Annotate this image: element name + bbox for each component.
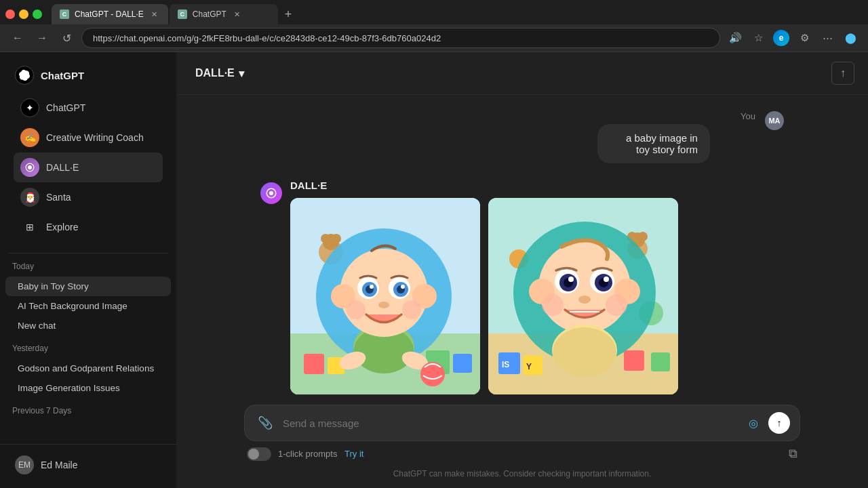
share-button[interactable]: ↑ — [831, 62, 854, 85]
yesterday-label: Yesterday — [0, 338, 176, 356]
sidebar-item-explore[interactable]: ⊞ Explore — [14, 212, 163, 242]
sidebar-item-chatgpt[interactable]: ✦ ChatGPT ✏ — [14, 93, 163, 123]
tab-close-1-button[interactable]: ✕ — [149, 9, 160, 20]
explore-nav-icon: ⊞ — [20, 218, 39, 237]
tab-favicon-2: C — [178, 9, 187, 19]
chatgpt-nav-label: ChatGPT — [46, 102, 85, 113]
toggle-knob — [248, 449, 259, 460]
dalle-avatar — [260, 182, 282, 204]
sidebar: ChatGPT ✦ ChatGPT ✏ ✍ Creative Writing C… — [0, 52, 176, 488]
app-layout: ChatGPT ✦ ChatGPT ✏ ✍ Creative Writing C… — [0, 52, 868, 488]
send-button[interactable]: ↑ — [768, 412, 790, 434]
send-icon: ↑ — [777, 418, 782, 428]
chat-new-text: New chat — [18, 321, 159, 331]
user-message-container: You a baby image in toy story form MA — [597, 111, 784, 163]
chat-messages: You a baby image in toy story form MA — [176, 95, 868, 396]
chat-ai-tech-text: AI Tech Background Image — [18, 301, 159, 311]
attach-button[interactable]: 📎 — [254, 412, 276, 434]
user-avatar-initials: MA — [768, 117, 780, 125]
svg-point-64 — [553, 327, 616, 378]
generated-images-grid: IS Y — [290, 198, 784, 394]
chat-item-new[interactable]: New chat — [5, 316, 171, 336]
tab-label-2: ChatGPT — [193, 9, 226, 19]
svg-point-45 — [638, 232, 648, 241]
profile-button[interactable]: ⬤ — [841, 28, 860, 47]
user-menu-item[interactable]: EM Ed Maile — [8, 450, 168, 480]
maximize-window-button[interactable] — [33, 9, 42, 19]
sidebar-brand[interactable]: ChatGPT — [8, 60, 168, 90]
writing-coach-icon: ✍ — [20, 128, 39, 147]
svg-point-61 — [542, 294, 564, 316]
tab-close-2-button[interactable]: ✕ — [232, 9, 243, 20]
santa-nav-icon: 🎅 — [20, 188, 39, 207]
chat-item-ai-tech[interactable]: AI Tech Background Image — [5, 296, 171, 316]
toggle-label: 1-click prompts Try it — [278, 449, 363, 459]
edge-icon: e — [773, 30, 789, 46]
user-sender-label: You — [597, 111, 758, 121]
svg-point-62 — [606, 294, 627, 316]
svg-rect-9 — [453, 354, 472, 373]
svg-point-59 — [604, 277, 609, 282]
dalle-nav-label: DALL·E — [46, 162, 79, 173]
today-section: Today Baby in Toy Story ⬆ ⋯ AI Tech Back… — [0, 256, 176, 338]
more-options-button[interactable]: ⋯ — [818, 28, 837, 47]
bottom-toolbar: 1-click prompts Try it ⧉ — [244, 441, 800, 466]
generated-image-2[interactable]: IS Y — [488, 198, 678, 394]
tab-favicon-1: C — [60, 9, 69, 19]
back-button[interactable]: ← — [8, 28, 27, 47]
tab-bar: C ChatGPT - DALL·E ✕ C ChatGPT ✕ + — [0, 0, 868, 24]
attach-icon: 📎 — [258, 415, 273, 430]
input-actions: ◎ ↑ — [743, 412, 790, 434]
url-input[interactable] — [81, 28, 720, 48]
sidebar-bottom: EM Ed Maile — [0, 444, 176, 488]
user-initials: EM — [18, 460, 31, 470]
one-click-toggle[interactable] — [247, 447, 271, 461]
chat-title-text: DALL·E — [195, 67, 235, 79]
message-input[interactable] — [283, 418, 736, 429]
voice-button[interactable]: ◎ — [743, 412, 764, 434]
close-window-button[interactable] — [5, 9, 15, 19]
svg-point-30 — [402, 300, 421, 319]
svg-point-26 — [370, 285, 374, 289]
user-message-bubble: a baby image in toy story form — [597, 124, 710, 163]
chat-baby-toy-text: Baby in Toy Story — [18, 281, 159, 291]
settings-button[interactable]: ⧉ — [789, 447, 797, 461]
bookmark-button[interactable]: ☆ — [749, 28, 768, 47]
svg-point-12 — [321, 234, 330, 243]
generated-image-1[interactable] — [290, 198, 480, 394]
tab-label-1: ChatGPT - DALL·E — [75, 9, 144, 19]
svg-rect-6 — [304, 354, 324, 374]
forward-button[interactable]: → — [33, 28, 52, 47]
chat-title-button[interactable]: DALL·E ▾ — [190, 64, 250, 83]
input-container: 📎 ◎ ↑ — [244, 405, 800, 441]
sidebar-item-writing-coach[interactable]: ✍ Creative Writing Coach — [14, 123, 163, 152]
chat-item-godson[interactable]: Godson and Godparent Relations — [5, 359, 171, 378]
tab-chatgpt[interactable]: C ChatGPT ✕ — [170, 4, 278, 24]
svg-rect-40 — [624, 350, 644, 371]
prev7days-section: Previous 7 Days — [0, 401, 176, 418]
user-avatar-msg: MA — [765, 111, 784, 130]
chat-item-baby-toy[interactable]: Baby in Toy Story ⬆ ⋯ — [5, 277, 171, 296]
edge-copilot-button[interactable]: e — [772, 28, 791, 47]
chat-godson-text: Godson and Godparent Relations — [18, 363, 159, 373]
user-message-content: You a baby image in toy story form — [597, 111, 758, 163]
voice-icon: ◎ — [749, 417, 758, 430]
explore-nav-label: Explore — [46, 222, 78, 232]
sidebar-item-dalle[interactable]: DALL·E ✏ — [14, 152, 163, 182]
baby-image-left — [290, 198, 480, 394]
santa-nav-label: Santa — [46, 192, 71, 203]
extensions-button[interactable]: ⚙ — [795, 28, 814, 47]
user-message-row: You a baby image in toy story form MA — [260, 111, 784, 163]
svg-point-13 — [332, 234, 341, 243]
chat-header: DALL·E ▾ ↑ — [176, 52, 868, 95]
chat-img-gen-text: Image Generation Issues — [18, 383, 159, 393]
minimize-window-button[interactable] — [19, 9, 28, 19]
new-tab-button[interactable]: + — [279, 8, 298, 20]
read-aloud-button[interactable]: 🔊 — [726, 28, 745, 47]
sidebar-item-santa[interactable]: 🎅 Santa — [14, 182, 163, 212]
chat-item-img-gen[interactable]: Image Generation Issues — [5, 378, 171, 398]
share-icon: ↑ — [840, 67, 846, 79]
refresh-button[interactable]: ↺ — [57, 28, 76, 47]
tab-chatgpt-dalle[interactable]: C ChatGPT - DALL·E ✕ — [52, 4, 168, 24]
browser-actions: 🔊 ☆ e ⚙ ⋯ ⬤ — [726, 28, 860, 47]
